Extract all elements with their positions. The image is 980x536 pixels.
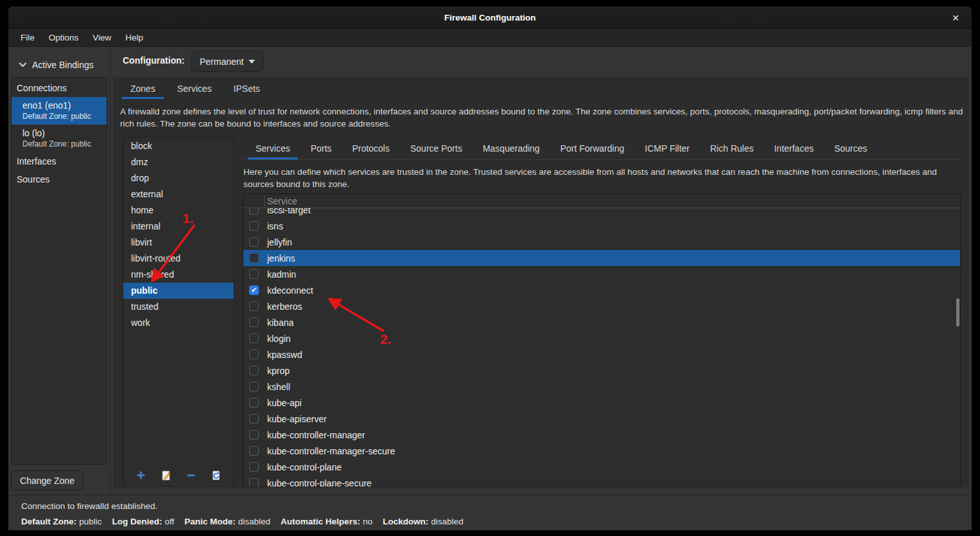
service-row[interactable]: ✔kdeconnect [243, 282, 960, 298]
configuration-dropdown[interactable]: Permanent [191, 51, 263, 72]
service-checkbox[interactable] [249, 237, 259, 247]
statusbar: Connection to firewalld established. Def… [8, 495, 972, 530]
service-checkbox[interactable] [249, 253, 259, 263]
status-field-label: Panic Mode: [184, 517, 236, 526]
service-checkbox[interactable] [249, 350, 259, 359]
zone-detail-tab-source-ports[interactable]: Source Ports [400, 137, 473, 159]
service-checkbox[interactable] [249, 317, 259, 327]
tab-ipsets[interactable]: IPSets [223, 78, 271, 99]
zone-list-item[interactable]: nm-shared [123, 267, 234, 283]
service-row[interactable]: kshell [243, 379, 960, 395]
service-checkbox[interactable] [249, 414, 259, 424]
close-icon[interactable]: ✕ [949, 11, 963, 25]
service-name: kube-control-plane [267, 462, 342, 472]
tab-services[interactable]: Services [166, 78, 223, 99]
zone-detail-tab-ports[interactable]: Ports [301, 137, 342, 159]
remove-zone-button[interactable] [184, 468, 199, 483]
zone-list-item[interactable]: external [123, 186, 234, 202]
service-checkbox[interactable] [249, 430, 259, 440]
zone-list-item[interactable]: trusted [123, 299, 234, 315]
service-name: kadmin [267, 269, 296, 280]
connections-header[interactable]: Connections [12, 78, 107, 97]
edit-zone-button[interactable] [159, 468, 174, 483]
sidebar-item-interfaces[interactable]: Interfaces [12, 152, 107, 170]
scrollbar-thumb[interactable] [956, 298, 959, 326]
service-name: kshell [267, 382, 290, 392]
zone-list-item[interactable]: dmz [123, 154, 234, 170]
zone-list-item[interactable]: internal [123, 219, 234, 235]
tab-zones[interactable]: Zones [119, 78, 166, 99]
service-checkbox[interactable]: ✔ [249, 285, 259, 295]
zone-detail-tab-interfaces[interactable]: Interfaces [764, 137, 823, 159]
zone-detail-tab-port-forwarding[interactable]: Port Forwarding [550, 137, 634, 159]
services-table: Service iscsi-targetisnsjellyfinjenkinsk… [243, 193, 961, 487]
status-field: Lockdown:disabled [383, 517, 464, 526]
zone-list-item[interactable]: libvirt-routed [123, 251, 234, 267]
service-row[interactable]: kube-controller-manager [243, 427, 960, 443]
service-checkbox[interactable] [249, 208, 259, 215]
zone-detail-tab-protocols[interactable]: Protocols [342, 137, 399, 159]
menu-item-view[interactable]: View [85, 29, 118, 46]
service-row[interactable]: kube-api [243, 395, 960, 411]
zone-detail-tab-icmp-filter[interactable]: ICMP Filter [634, 137, 700, 159]
connection-item[interactable]: eno1 (eno1)Default Zone: public [12, 97, 107, 125]
zone-list-item[interactable]: work [123, 315, 234, 331]
configuration-row: Configuration: Permanent [110, 47, 972, 77]
active-bindings-label: Active Bindings [32, 60, 94, 70]
menu-item-options[interactable]: Options [42, 29, 86, 46]
zone-list-item[interactable]: public [123, 283, 234, 299]
service-row[interactable]: klogin [243, 330, 960, 346]
change-zone-button[interactable]: Change Zone [11, 470, 83, 490]
service-checkbox[interactable] [249, 478, 259, 487]
service-checkbox[interactable] [249, 398, 259, 407]
service-row[interactable]: kube-controller-manager-secure [243, 443, 960, 459]
active-bindings-toggle[interactable]: Active Bindings [19, 60, 94, 70]
service-row[interactable]: kprop [243, 362, 960, 379]
service-row[interactable]: jellyfin [243, 234, 960, 250]
service-name: kube-apiserver [267, 414, 327, 424]
service-row[interactable]: kibana [243, 314, 960, 330]
menu-item-help[interactable]: Help [118, 29, 150, 46]
services-table-header[interactable]: Service [243, 194, 960, 208]
status-field-label: Log Denied: [112, 517, 162, 526]
add-zone-button[interactable] [134, 468, 149, 483]
service-checkbox[interactable] [249, 382, 259, 391]
zone-detail-tab-masquerading[interactable]: Masquerading [473, 137, 550, 159]
zone-list-item[interactable]: drop [123, 170, 234, 186]
service-checkbox[interactable] [249, 446, 259, 456]
edit-icon [161, 470, 171, 481]
service-row[interactable]: jenkins [243, 250, 960, 266]
service-checkbox[interactable] [249, 221, 259, 231]
service-row[interactable]: kube-control-plane-secure [243, 475, 960, 487]
menu-item-file[interactable]: File [13, 29, 42, 46]
service-row[interactable]: kadmin [243, 266, 960, 282]
service-checkbox[interactable] [249, 366, 259, 375]
zone-detail-tab-services[interactable]: Services [245, 137, 301, 159]
sidebar-item-sources[interactable]: Sources [12, 170, 107, 188]
zone-list-item[interactable]: libvirt [123, 235, 234, 251]
service-row[interactable]: kerberos [243, 298, 960, 314]
reload-zone-button[interactable] [209, 468, 224, 483]
service-checkbox[interactable] [249, 334, 259, 343]
zone-list-item[interactable]: home [123, 202, 234, 219]
connection-name: lo (lo) [22, 128, 107, 138]
service-row[interactable]: kube-apiserver [243, 411, 960, 427]
connections-panel: Connections eno1 (eno1)Default Zone: pub… [11, 77, 107, 465]
service-name: kpasswd [267, 350, 302, 360]
service-row[interactable]: kube-control-plane [243, 459, 960, 475]
service-name: isns [267, 221, 283, 231]
zone-detail-tab-rich-rules[interactable]: Rich Rules [700, 137, 764, 159]
titlebar: Firewall Configuration ✕ [8, 6, 972, 29]
zone-list-item[interactable]: block [123, 138, 234, 154]
service-row[interactable]: isns [243, 218, 960, 234]
service-checkbox[interactable] [249, 462, 259, 472]
service-row[interactable]: kpasswd [243, 346, 960, 362]
service-row[interactable]: iscsi-target [243, 208, 960, 218]
service-checkbox[interactable] [249, 301, 259, 311]
zone-detail-tab-sources[interactable]: Sources [824, 137, 877, 159]
connection-zone: Default Zone: public [22, 112, 107, 121]
sidebar: Active Bindings Connections eno1 (eno1)D… [8, 47, 110, 495]
service-name: kibana [267, 317, 293, 328]
connection-item[interactable]: lo (lo)Default Zone: public [12, 125, 107, 152]
service-checkbox[interactable] [249, 269, 259, 279]
